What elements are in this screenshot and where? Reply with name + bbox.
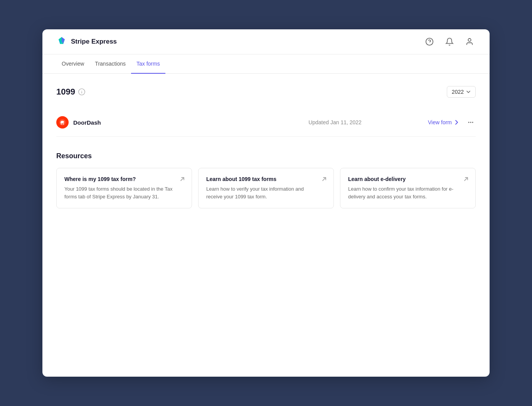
svg-point-14	[470, 122, 471, 123]
resource-card-arrow-1	[321, 176, 327, 184]
logo-area: Stripe Express	[56, 36, 117, 47]
svg-point-11	[61, 123, 62, 125]
resource-card-2[interactable]: Learn about e-delivery Learn how to conf…	[340, 168, 476, 208]
page-title-area: 1099 i	[56, 87, 85, 97]
resource-card-desc-2: Learn how to confirm your tax informatio…	[348, 185, 468, 200]
tax-form-row: DoorDash Updated Jan 11, 2022 View form	[56, 108, 476, 137]
resources-section: Resources Where is my 1099 tax form? You…	[56, 152, 476, 208]
view-form-link[interactable]: View form	[428, 119, 460, 125]
svg-point-12	[63, 123, 64, 125]
form-row-left: DoorDash	[56, 116, 242, 129]
doordash-logo	[56, 116, 69, 129]
resource-card-1[interactable]: Learn about 1099 tax forms Learn how to …	[198, 168, 334, 208]
company-name: DoorDash	[73, 119, 101, 126]
page-title: 1099	[56, 87, 75, 97]
main-nav: Overview Transactions Tax forms	[42, 54, 490, 74]
form-row-actions: View form	[428, 117, 476, 127]
resource-card-arrow-2	[463, 176, 469, 184]
account-button[interactable]	[463, 36, 476, 48]
svg-point-7	[468, 39, 471, 41]
resource-card-title-1: Learn about 1099 tax forms	[206, 176, 326, 182]
header: Stripe Express	[42, 29, 490, 54]
resource-card-arrow-0	[179, 176, 185, 184]
help-button[interactable]	[423, 36, 436, 48]
nav-item-overview[interactable]: Overview	[56, 54, 89, 74]
more-icon	[467, 119, 474, 126]
resource-card-title-2: Learn about e-delivery	[348, 176, 468, 182]
svg-point-13	[468, 122, 470, 123]
view-form-label: View form	[428, 119, 452, 125]
info-icon[interactable]: i	[78, 88, 85, 95]
help-icon	[425, 37, 434, 46]
year-selector-button[interactable]: 2022	[447, 86, 476, 98]
resource-card-desc-1: Learn how to verify your tax information…	[206, 185, 326, 200]
more-options-button[interactable]	[466, 117, 476, 127]
app-name: Stripe Express	[71, 38, 117, 46]
chevron-down-icon	[466, 90, 471, 94]
svg-point-15	[472, 122, 473, 123]
user-icon	[465, 37, 474, 46]
resources-title: Resources	[56, 152, 476, 160]
resource-card-desc-0: Your 1099 tax forms should be located in…	[64, 185, 184, 200]
resources-grid: Where is my 1099 tax form? Your 1099 tax…	[56, 168, 476, 208]
main-window: Stripe Express	[42, 29, 490, 377]
year-value: 2022	[452, 89, 464, 95]
form-updated-date: Updated Jan 11, 2022	[242, 119, 428, 125]
header-actions	[423, 36, 476, 48]
nav-item-tax-forms[interactable]: Tax forms	[131, 54, 165, 74]
notifications-button[interactable]	[443, 36, 456, 48]
page-header: 1099 i 2022	[56, 86, 476, 98]
nav-item-transactions[interactable]: Transactions	[89, 54, 131, 74]
svg-text:i: i	[81, 90, 82, 94]
page-content: 1099 i 2022	[42, 74, 490, 221]
doordash-icon	[59, 118, 66, 126]
bell-icon	[445, 37, 454, 46]
stripe-express-logo-icon	[56, 36, 67, 47]
chevron-right-icon	[453, 119, 460, 125]
resource-card-title-0: Where is my 1099 tax form?	[64, 176, 184, 182]
resource-card-0[interactable]: Where is my 1099 tax form? Your 1099 tax…	[56, 168, 192, 208]
